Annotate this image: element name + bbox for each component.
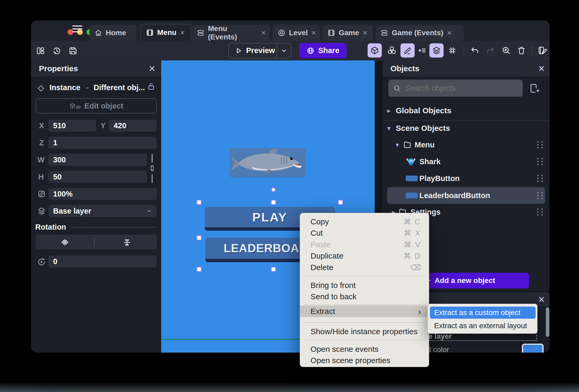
tree-item-menu-folder[interactable]: Menu [415, 141, 435, 149]
hamburger-menu-icon[interactable] [72, 24, 82, 34]
selection-handle[interactable] [271, 267, 276, 272]
objects-panel-toggle-button[interactable] [368, 43, 382, 58]
opacity-icon [37, 189, 46, 198]
menu-divider [304, 305, 425, 305]
background-color-swatch[interactable] [522, 344, 544, 353]
chevron-down-icon[interactable]: ▾ [395, 141, 399, 149]
menu-item-send-to-back[interactable]: Send to back [300, 291, 429, 302]
context-menu: Copy⌘ C Cut⌘ X Paste⌘ V Duplicate⌘ D Del… [300, 213, 429, 367]
tab-game[interactable]: Game × [322, 25, 373, 41]
menu-item-copy[interactable]: Copy⌘ C [300, 216, 429, 227]
group-scene-objects[interactable]: Scene Objects [396, 124, 450, 133]
drag-handle-icon[interactable] [537, 158, 544, 165]
menu-item-bring-to-front[interactable]: Bring to front [300, 280, 429, 291]
x-label: X [39, 121, 44, 130]
drag-handle-icon[interactable] [537, 175, 544, 182]
search-input[interactable] [405, 84, 518, 93]
rotate-handle[interactable] [271, 187, 276, 192]
grid-button[interactable] [445, 43, 459, 58]
cube-2d-icon: 2D [69, 102, 81, 109]
redo-button[interactable] [483, 43, 497, 58]
selection-handle[interactable] [196, 235, 202, 240]
preview-options-button[interactable] [277, 47, 291, 54]
tab-close-icon[interactable]: × [261, 28, 266, 37]
close-icon[interactable]: × [538, 294, 545, 305]
shark-sprite[interactable] [230, 148, 306, 177]
tree-item-shark[interactable]: Shark [419, 157, 441, 166]
undo-button[interactable] [468, 43, 482, 58]
tree-item-leaderboardbutton-row[interactable]: LeaderboardButton [387, 187, 545, 204]
drag-handle-icon[interactable] [537, 192, 544, 199]
submenu-item-extract-external-layout[interactable]: Extract as an external layout [430, 320, 536, 332]
height-field[interactable] [48, 171, 147, 183]
z-field[interactable] [48, 137, 157, 149]
x-field[interactable] [48, 120, 96, 132]
add-folder-icon[interactable] [529, 82, 540, 94]
project-manager-icon[interactable] [36, 46, 45, 55]
tab-close-icon[interactable]: × [363, 28, 368, 37]
selection-handle[interactable] [196, 200, 202, 205]
save-icon[interactable] [68, 46, 78, 55]
tree-item-playbutton[interactable]: PlayButton [419, 174, 460, 183]
edit-scene-properties-button[interactable] [535, 43, 550, 58]
drag-handle-icon[interactable] [537, 141, 544, 148]
tab-menu[interactable]: Menu × [140, 24, 191, 41]
menu-item-cut[interactable]: Cut⌘ X [300, 228, 429, 239]
history-icon[interactable] [52, 46, 62, 55]
menu-item-duplicate[interactable]: Duplicate⌘ D [300, 250, 429, 261]
menu-item-open-scene-events[interactable]: Open scene events [300, 344, 429, 355]
menu-item-open-scene-properties[interactable]: Open scene properties [300, 355, 429, 366]
cubes-icon [387, 45, 397, 55]
delete-button[interactable] [514, 43, 529, 58]
y-field[interactable] [109, 120, 157, 132]
scrollbar-thumb[interactable] [546, 307, 549, 337]
menu-item-extract[interactable]: Extract› [300, 306, 429, 317]
tab-label: Menu (Events) [208, 24, 257, 41]
zoom-in-button[interactable] [499, 43, 513, 58]
tab-home[interactable]: Home [89, 25, 136, 41]
menu-item-show-hide-instance-properties[interactable]: Show/Hide instance properties [300, 326, 429, 337]
instances-list-button[interactable] [415, 43, 430, 58]
button-thumbnail [406, 193, 418, 198]
toolbar: Preview Share [31, 41, 550, 61]
close-icon[interactable]: × [149, 63, 155, 74]
share-button[interactable]: Share [299, 43, 347, 58]
edit-object-button[interactable]: 2D Edit object [36, 98, 157, 114]
tab-close-icon[interactable]: × [447, 28, 452, 37]
rotation-angle-field[interactable] [48, 255, 157, 267]
play-icon [235, 47, 242, 55]
tab-menu-events[interactable]: Menu (Events) × [192, 25, 270, 41]
layers-panel-toggle-button[interactable] [429, 43, 444, 58]
selection-handle[interactable] [196, 267, 202, 272]
selection-handle[interactable] [271, 200, 276, 205]
opacity-field[interactable] [48, 188, 157, 200]
scene-icon [327, 29, 336, 37]
chevron-down-icon[interactable]: ▾ [387, 124, 390, 132]
preview-button[interactable]: Preview [229, 46, 277, 55]
menu-item-delete[interactable]: Delete⌫ [300, 262, 429, 273]
width-field[interactable] [48, 154, 147, 166]
submenu-chevron-icon: › [418, 306, 421, 317]
menu-divider [304, 340, 425, 340]
tab-close-icon[interactable]: × [180, 28, 185, 37]
layer-select[interactable]: Base layer [48, 205, 157, 217]
tab-close-icon[interactable]: × [312, 28, 316, 37]
drag-handle-icon[interactable] [537, 209, 544, 216]
layers-icon [432, 46, 441, 55]
chevron-right-icon[interactable]: ▸ [387, 107, 390, 115]
edit-mode-button[interactable] [400, 43, 415, 58]
unlock-icon[interactable] [147, 82, 156, 91]
search-objects-input[interactable] [388, 80, 523, 97]
flip-horizontal-icon[interactable] [60, 237, 70, 247]
tab-game-events[interactable]: Game (Events) × [376, 25, 464, 41]
flip-vertical-icon[interactable] [122, 237, 132, 247]
close-icon[interactable]: × [538, 63, 545, 74]
objects-panel-header: Objects × [383, 60, 550, 77]
submenu-item-extract-custom-object[interactable]: Extract as a custom object [430, 307, 536, 319]
object-groups-button[interactable] [385, 43, 399, 58]
tab-level[interactable]: Level × [273, 25, 320, 41]
link-dimensions-icon[interactable] [148, 164, 157, 173]
selection-handle[interactable] [338, 200, 343, 205]
shark-thumbnail [406, 156, 416, 167]
group-global-objects[interactable]: Global Objects [396, 106, 451, 115]
